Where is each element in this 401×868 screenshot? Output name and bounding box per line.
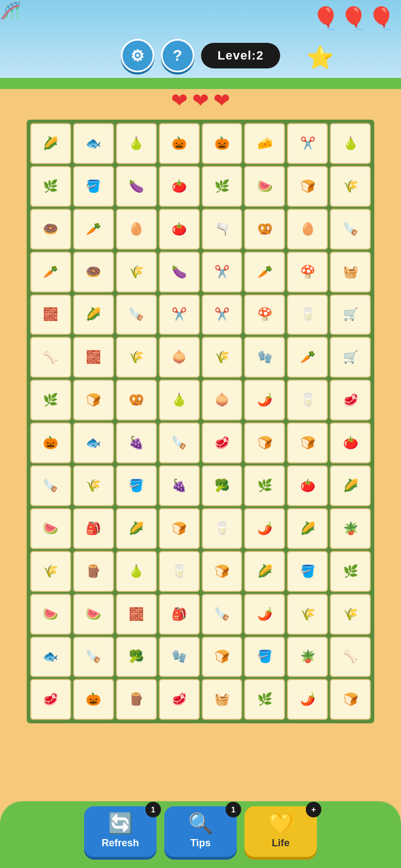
tile[interactable]: 🌽 (287, 508, 328, 549)
tile[interactable]: 🍞 (202, 551, 243, 592)
tile[interactable]: 🌿 (202, 166, 243, 207)
tile[interactable]: 🍞 (287, 166, 328, 207)
tile[interactable]: 🪚 (330, 209, 371, 250)
tile[interactable]: 🫗 (202, 209, 243, 250)
tile[interactable]: 🧱 (30, 294, 71, 336)
tile[interactable]: 🎒 (73, 508, 114, 549)
tile[interactable]: 🍩 (73, 251, 114, 293)
tile[interactable]: 🌾 (116, 251, 157, 293)
tile[interactable]: 🌾 (330, 166, 371, 207)
tile[interactable]: 🥚 (287, 209, 328, 250)
tile[interactable]: 🌶️ (244, 594, 285, 635)
tile[interactable]: 🪴 (330, 508, 371, 549)
tile[interactable]: 🍞 (159, 508, 200, 549)
tile[interactable]: 🌶️ (287, 679, 328, 720)
tile[interactable]: 🌾 (287, 594, 328, 635)
tips-button[interactable]: 1 🔍 Tips (164, 806, 237, 857)
tile[interactable]: 🍐 (159, 379, 200, 421)
tile[interactable]: 🪣 (116, 465, 157, 506)
tile[interactable]: 🌿 (30, 379, 71, 421)
tile[interactable]: 🧱 (116, 594, 157, 635)
tile[interactable]: 🧺 (202, 679, 243, 720)
tile[interactable]: 🍄 (287, 251, 328, 293)
tile[interactable]: 🍞 (202, 637, 243, 678)
tile[interactable]: 🥩 (30, 679, 71, 720)
tile[interactable]: 🪣 (73, 166, 114, 207)
tile[interactable]: 🪵 (116, 679, 157, 720)
tile[interactable]: 🌿 (30, 166, 71, 207)
tile[interactable]: 🥛 (287, 294, 328, 336)
tile[interactable]: 🧤 (244, 337, 285, 378)
tile[interactable]: 🥕 (244, 251, 285, 293)
tile[interactable]: 🥕 (30, 251, 71, 293)
tile[interactable]: 🎃 (73, 679, 114, 720)
tile[interactable]: 🎃 (202, 123, 243, 164)
tile[interactable]: 🦴 (30, 337, 71, 378)
tile[interactable]: 🥕 (287, 337, 328, 378)
tile[interactable]: 🪣 (287, 551, 328, 592)
tile[interactable]: 🧅 (202, 379, 243, 421)
tile[interactable]: 🥛 (287, 379, 328, 421)
tile[interactable]: 🐟 (30, 637, 71, 678)
tile[interactable]: ✂️ (287, 123, 328, 164)
tile[interactable]: 🧅 (159, 337, 200, 378)
tile[interactable]: 🥦 (116, 637, 157, 678)
tile[interactable]: 🍐 (330, 123, 371, 164)
tile[interactable]: 🍆 (116, 166, 157, 207)
tile[interactable]: 🌿 (330, 551, 371, 592)
tile[interactable]: 🌾 (330, 594, 371, 635)
tile[interactable]: 🥩 (159, 679, 200, 720)
tile[interactable]: 🍄 (244, 294, 285, 336)
tile[interactable]: 🍅 (287, 465, 328, 506)
tile[interactable]: 🥕 (73, 209, 114, 250)
tile[interactable]: 🍉 (30, 594, 71, 635)
tile[interactable]: 🐟 (73, 422, 114, 463)
tile[interactable]: 🥦 (202, 465, 243, 506)
tile[interactable]: 🌾 (202, 337, 243, 378)
tile[interactable]: 🧀 (244, 123, 285, 164)
tile[interactable]: 🌿 (244, 679, 285, 720)
tile[interactable]: 🌶️ (244, 379, 285, 421)
tile[interactable]: 🛒 (330, 337, 371, 378)
tile[interactable]: 🌽 (116, 508, 157, 549)
tile[interactable]: 🪴 (287, 637, 328, 678)
tile[interactable]: 🪵 (73, 551, 114, 592)
tile[interactable]: 🍉 (30, 508, 71, 549)
tile[interactable]: 🍇 (159, 465, 200, 506)
tile[interactable]: 🍉 (73, 594, 114, 635)
tile[interactable]: 🪚 (30, 465, 71, 506)
tile[interactable]: 🌶️ (244, 508, 285, 549)
tile[interactable]: 🍇 (116, 422, 157, 463)
tile[interactable]: 🪚 (159, 422, 200, 463)
tile[interactable]: 🍅 (330, 422, 371, 463)
tile[interactable]: 🍞 (244, 422, 285, 463)
tile[interactable]: 🌽 (73, 294, 114, 336)
tile[interactable]: 🥩 (330, 379, 371, 421)
tile[interactable]: 🍅 (159, 209, 200, 250)
tile[interactable]: 🍐 (116, 551, 157, 592)
tile[interactable]: 🎃 (159, 123, 200, 164)
tile[interactable]: 🧤 (159, 637, 200, 678)
help-button[interactable]: ? (161, 39, 194, 72)
tile[interactable]: 🧺 (330, 251, 371, 293)
tile[interactable]: 🍞 (73, 379, 114, 421)
refresh-button[interactable]: 1 🔄 Refresh (84, 806, 157, 857)
tile[interactable]: 🛒 (330, 294, 371, 336)
tile[interactable]: 🍞 (330, 679, 371, 720)
tile[interactable]: 🥨 (244, 209, 285, 250)
tile[interactable]: 🌽 (330, 465, 371, 506)
tile[interactable]: 🪚 (202, 594, 243, 635)
tile[interactable]: 🌽 (30, 123, 71, 164)
tile[interactable]: 🥨 (116, 379, 157, 421)
tile[interactable]: 🪚 (73, 637, 114, 678)
tile[interactable]: 🪣 (244, 637, 285, 678)
tile[interactable]: ✂️ (202, 294, 243, 336)
tile[interactable]: 🥚 (116, 209, 157, 250)
tile[interactable]: 🐟 (73, 123, 114, 164)
tile[interactable]: 🌿 (244, 465, 285, 506)
tile[interactable]: 🎃 (30, 422, 71, 463)
tile[interactable]: 🌾 (73, 465, 114, 506)
tile[interactable]: 🌽 (244, 551, 285, 592)
tile[interactable]: 🍉 (244, 166, 285, 207)
tile[interactable]: 🧱 (73, 337, 114, 378)
